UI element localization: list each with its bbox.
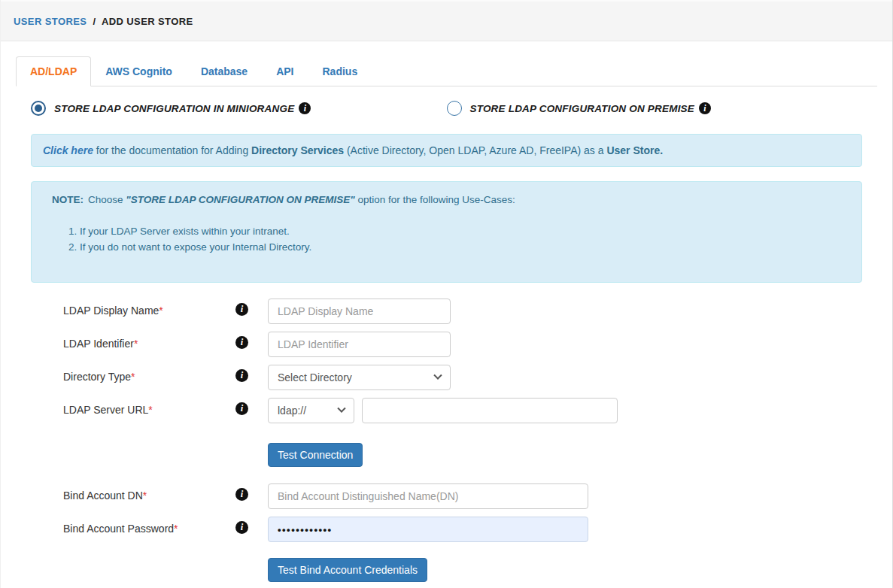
- directory-type-selected-value: Select Directory: [278, 371, 352, 383]
- breadcrumb-header: USER STORES / ADD USER STORE: [1, 0, 892, 41]
- note-quoted-option: "STORE LDAP CONFIGURATION ON PREMISE": [126, 194, 354, 205]
- test-connection-row: Test Connection: [268, 443, 847, 467]
- required-asterisk: *: [134, 338, 138, 350]
- breadcrumb-separator: /: [93, 16, 96, 27]
- note-use-case-item: 2. If you do not want to expose your Int…: [68, 239, 841, 255]
- add-user-store-page: USER STORES / ADD USER STORE AD/LDAP AWS…: [0, 0, 893, 588]
- directory-type-label: Directory Type*: [46, 365, 235, 383]
- test-connection-button[interactable]: Test Connection: [268, 443, 363, 467]
- required-asterisk: *: [159, 305, 163, 317]
- bind-account-password-input[interactable]: [268, 517, 588, 542]
- tab-radius[interactable]: Radius: [308, 56, 372, 86]
- test-bind-credentials-row: Test Bind Account Credentials: [268, 558, 847, 582]
- ldap-server-url-input[interactable]: [362, 398, 618, 423]
- breadcrumb: USER STORES / ADD USER STORE: [14, 16, 193, 27]
- field-label-text: Bind Account DN: [63, 489, 143, 502]
- field-label-text: Bind Account Password: [63, 523, 174, 535]
- required-asterisk: *: [174, 523, 178, 535]
- doc-banner-bold-user-store: User Store.: [606, 144, 663, 156]
- documentation-banner: Click here for the documentation for Add…: [31, 134, 862, 167]
- form-row-ldap-identifier: LDAP Identifier* i: [46, 332, 847, 357]
- radio-option-store-in-miniorange[interactable]: STORE LDAP CONFIGURATION IN MINIORANGE i: [31, 101, 447, 116]
- bind-account-dn-label: Bind Account DN*: [46, 483, 235, 502]
- form-row-ldap-display-name: LDAP Display Name* i: [46, 299, 847, 324]
- form-row-ldap-server-url: LDAP Server URL* i ldap://: [46, 398, 847, 423]
- storage-option-row: STORE LDAP CONFIGURATION IN MINIORANGE i…: [31, 101, 862, 116]
- form-row-bind-account-password: Bind Account Password* i: [46, 517, 847, 542]
- ldap-server-url-label: LDAP Server URL*: [46, 398, 235, 416]
- documentation-link[interactable]: Click here: [43, 144, 93, 156]
- info-icon[interactable]: i: [235, 488, 248, 501]
- tab-aws-cognito[interactable]: AWS Cognito: [91, 56, 187, 86]
- chevron-down-icon: [433, 371, 442, 380]
- directory-type-select[interactable]: Select Directory: [268, 365, 451, 390]
- radio-option-store-on-premise[interactable]: STORE LDAP CONFIGURATION ON PREMISE i: [447, 101, 863, 116]
- tab-database[interactable]: Database: [187, 56, 262, 86]
- field-label-text: LDAP Identifier: [63, 338, 134, 350]
- radio-button-unselected-icon[interactable]: [447, 101, 462, 116]
- note-heading: NOTE:Choose "STORE LDAP CONFIGURATION ON…: [52, 194, 841, 205]
- field-label-text: LDAP Display Name: [63, 305, 159, 317]
- info-icon[interactable]: i: [235, 303, 248, 316]
- ldap-protocol-select[interactable]: ldap://: [268, 398, 354, 423]
- form-row-directory-type: Directory Type* i Select Directory: [46, 365, 847, 390]
- doc-banner-text: for the documentation for Adding: [93, 144, 251, 156]
- ldap-configuration-form: LDAP Display Name* i LDAP Identifier* i …: [46, 299, 847, 582]
- user-store-type-tabs: AD/LDAP AWS Cognito Database API Radius: [16, 56, 877, 86]
- info-icon[interactable]: i: [235, 521, 248, 534]
- note-use-case-list: 1. If your LDAP Server exists within you…: [52, 223, 841, 255]
- radio-label-miniorange: STORE LDAP CONFIGURATION IN MINIORANGE: [54, 103, 294, 114]
- info-icon[interactable]: i: [235, 402, 248, 415]
- info-icon[interactable]: i: [235, 369, 248, 382]
- test-bind-account-credentials-button[interactable]: Test Bind Account Credentials: [268, 558, 427, 582]
- doc-banner-text: (Active Directory, Open LDAP, Azure AD, …: [344, 144, 606, 156]
- ldap-identifier-input[interactable]: [268, 332, 451, 357]
- required-asterisk: *: [143, 489, 147, 502]
- page-title: ADD USER STORE: [102, 16, 193, 27]
- info-icon[interactable]: i: [699, 102, 711, 114]
- note-use-case-item: 1. If your LDAP Server exists within you…: [68, 223, 841, 239]
- tab-ad-ldap[interactable]: AD/LDAP: [16, 56, 91, 86]
- breadcrumb-user-stores-link[interactable]: USER STORES: [14, 16, 87, 27]
- ldap-display-name-label: LDAP Display Name*: [46, 299, 235, 317]
- bind-account-password-label: Bind Account Password*: [46, 517, 235, 535]
- required-asterisk: *: [131, 371, 135, 383]
- info-icon[interactable]: i: [235, 336, 248, 349]
- note-label: NOTE:: [52, 194, 84, 205]
- form-row-bind-account-dn: Bind Account DN* i: [46, 483, 847, 509]
- note-tail-text: option for the following Use-Cases:: [355, 194, 515, 205]
- tab-api[interactable]: API: [262, 56, 308, 86]
- doc-banner-bold-directory-services: Directory Services: [251, 144, 344, 156]
- note-lead-text: Choose: [88, 194, 126, 205]
- note-banner: NOTE:Choose "STORE LDAP CONFIGURATION ON…: [31, 181, 862, 283]
- chevron-down-icon: [337, 405, 345, 413]
- ldap-protocol-selected-value: ldap://: [278, 405, 306, 417]
- field-label-text: LDAP Server URL: [63, 404, 148, 416]
- ldap-display-name-input[interactable]: [268, 299, 451, 324]
- radio-label-on-premise: STORE LDAP CONFIGURATION ON PREMISE: [470, 103, 695, 114]
- bind-account-dn-input[interactable]: [268, 483, 588, 509]
- required-asterisk: *: [148, 404, 152, 416]
- radio-button-selected-icon[interactable]: [31, 101, 46, 116]
- info-icon[interactable]: i: [299, 102, 311, 114]
- ldap-identifier-label: LDAP Identifier*: [46, 332, 235, 350]
- field-label-text: Directory Type: [63, 371, 131, 383]
